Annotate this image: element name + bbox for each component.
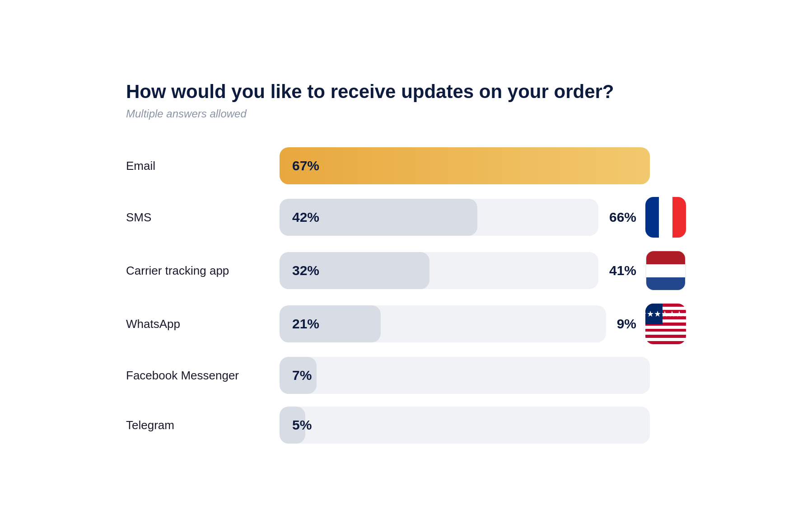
bar-track-email: 67% (280, 147, 650, 184)
row-label-sms: SMS (126, 211, 280, 225)
chart-title: How would you like to receive updates on… (126, 80, 686, 103)
row-label-facebook: Facebook Messenger (126, 369, 280, 383)
row-label-telegram: Telegram (126, 418, 280, 432)
chart-subtitle: Multiple answers allowed (126, 108, 686, 120)
bar-percent-sms: 42% (292, 210, 319, 225)
bar-fill-sms: 42% (280, 199, 477, 236)
chart-row-facebook: Facebook Messenger7% (126, 357, 686, 394)
usa-flag-icon: ★★★★★★★★★★★★★★★★★★★★★★★★★★★★★★★★★★★★★★★★… (645, 304, 686, 344)
bar-track-carrier: 32% (280, 252, 598, 289)
chart-row-email: Email67% (126, 147, 686, 184)
chart-row-whatsapp: WhatsApp21%9%★★★★★★★★★★★★★★★★★★★★★★★★★★★… (126, 304, 686, 344)
side-percent-whatsapp: 9% (617, 316, 636, 332)
row-label-email: Email (126, 159, 280, 173)
side-percent-carrier: 41% (609, 263, 636, 278)
bar-track-sms: 42% (280, 199, 598, 236)
side-info-sms: 66% (609, 197, 686, 238)
canton: ★★★★★★★★★★★★★★★★★★★★★★★★★★★★★★★★★★★★★★★★… (645, 304, 663, 324)
bar-bg-telegram (280, 407, 650, 444)
france-flag-icon (645, 197, 686, 238)
bar-fill-telegram: 5% (280, 407, 305, 444)
bar-percent-carrier: 32% (292, 263, 319, 278)
side-percent-sms: 66% (609, 210, 636, 225)
bar-fill-facebook: 7% (280, 357, 317, 394)
bar-percent-email: 67% (292, 158, 319, 173)
side-info-carrier: 41% (609, 250, 686, 291)
bar-percent-facebook: 7% (292, 368, 312, 383)
bar-percent-telegram: 5% (292, 417, 312, 433)
chart-container: How would you like to receive updates on… (90, 53, 722, 471)
bar-fill-whatsapp: 21% (280, 305, 381, 342)
bar-percent-whatsapp: 21% (292, 316, 319, 332)
chart-rows: Email67%SMS42%66%Carrier tracking app32%… (126, 147, 686, 444)
row-label-whatsapp: WhatsApp (126, 317, 280, 331)
bar-fill-email: 67% (280, 147, 650, 184)
chart-row-sms: SMS42%66% (126, 197, 686, 238)
chart-row-carrier: Carrier tracking app32%41% (126, 250, 686, 291)
bar-track-facebook: 7% (280, 357, 650, 394)
bar-track-telegram: 5% (280, 407, 650, 444)
bar-fill-carrier: 32% (280, 252, 429, 289)
row-label-carrier: Carrier tracking app (126, 264, 280, 278)
side-info-whatsapp: 9%★★★★★★★★★★★★★★★★★★★★★★★★★★★★★★★★★★★★★★… (617, 304, 686, 344)
netherlands-flag-icon (645, 250, 686, 291)
bar-bg-facebook (280, 357, 650, 394)
chart-row-telegram: Telegram5% (126, 407, 686, 444)
bar-track-whatsapp: 21% (280, 305, 606, 342)
